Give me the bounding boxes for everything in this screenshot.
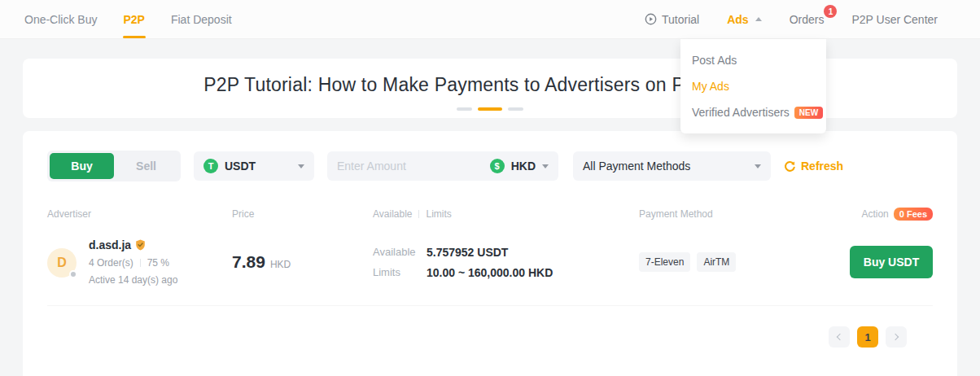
- available-amount: 5.757952 USDT: [427, 246, 508, 259]
- available-line: Available 5.757952 USDT: [373, 246, 639, 259]
- orders-label: Orders: [790, 13, 825, 26]
- refresh-button[interactable]: Refresh: [784, 160, 843, 173]
- fiat-select[interactable]: $ HKD: [490, 159, 549, 173]
- advertiser-name: d.asd.ja: [89, 238, 131, 251]
- payment-method-select-value: All Payment Methods: [583, 160, 690, 173]
- chevron-up-icon: [755, 17, 762, 21]
- nav-actions: Tutorial Ads Orders 1 P2P User Center: [645, 0, 938, 38]
- sell-toggle-button[interactable]: Sell: [114, 153, 178, 179]
- crypto-select[interactable]: T USDT: [194, 151, 314, 181]
- verified-advertisers-label: Verified Advertisers: [692, 106, 790, 119]
- verified-badge-icon: [135, 239, 146, 251]
- menu-item-post-ads[interactable]: Post Ads: [680, 47, 826, 73]
- action-cell: Buy USDT: [814, 246, 933, 278]
- zero-fees-badge: 0 Fees: [894, 208, 933, 221]
- active-tab-underline: [123, 36, 146, 38]
- payment-tag: AirTM: [697, 252, 736, 272]
- page-content: P2P Tutorial: How to Make Payments to Ad…: [0, 39, 980, 376]
- usdt-icon: T: [203, 159, 218, 173]
- orders-count-badge: 1: [824, 5, 837, 18]
- avatar-letter: D: [57, 256, 67, 270]
- menu-item-verified-advertisers[interactable]: Verified Advertisers NEW: [680, 99, 826, 125]
- stats-separator: [140, 259, 141, 267]
- new-badge: NEW: [794, 107, 823, 119]
- tutorial-label: Tutorial: [662, 13, 699, 26]
- header-action: Action 0 Fees: [814, 208, 933, 221]
- chevron-right-icon: [892, 334, 899, 340]
- offline-status-dot: [69, 270, 77, 278]
- nav-tabs: One-Click Buy P2P Fiat Deposit: [24, 0, 232, 38]
- price-value: 7.89: [232, 252, 265, 272]
- amount-filter: $ HKD: [327, 151, 558, 181]
- payment-tag: 7-Eleven: [639, 252, 690, 272]
- buy-usdt-button[interactable]: Buy USDT: [850, 246, 933, 278]
- ads-menu-trigger[interactable]: Ads: [727, 0, 761, 38]
- avatar[interactable]: D: [47, 248, 77, 278]
- chevron-down-icon: [755, 164, 761, 168]
- header-separator: [418, 210, 419, 218]
- limits-range: 10.00 ~ 160,000.00 HKD: [427, 266, 553, 279]
- tab-one-click-buy[interactable]: One-Click Buy: [24, 0, 97, 38]
- p2p-trading-page: One-Click Buy P2P Fiat Deposit Tutorial …: [0, 0, 980, 376]
- header-action-label: Action: [861, 208, 888, 220]
- dollar-coin-icon: $: [490, 159, 505, 173]
- next-page-button[interactable]: [886, 326, 907, 348]
- limits-line: Limits 10.00 ~ 160,000.00 HKD: [373, 266, 639, 279]
- header-available-limits: Available Limits: [373, 208, 639, 220]
- orders-link[interactable]: Orders 1: [790, 0, 825, 38]
- ads-dropdown-menu: Post Ads My Ads Verified Advertisers NEW: [680, 39, 826, 133]
- available-limits-cell: Available 5.757952 USDT Limits 10.00 ~ 1…: [373, 246, 639, 279]
- advertiser-name-link[interactable]: d.asd.ja: [89, 238, 177, 251]
- carousel-dot[interactable]: [457, 107, 472, 111]
- crypto-select-value: USDT: [225, 160, 256, 173]
- advertiser-stats: 4 Order(s) 75 %: [89, 257, 177, 269]
- tab-p2p[interactable]: P2P: [123, 0, 144, 38]
- header-payment-method: Payment Method: [639, 208, 814, 220]
- play-circle-icon: [645, 13, 657, 25]
- table-header: Advertiser Price Available Limits Paymen…: [47, 208, 933, 221]
- p2p-user-center-link[interactable]: P2P User Center: [851, 0, 938, 38]
- advertiser-cell: D d.asd.ja 4 Order(s): [47, 238, 232, 286]
- refresh-label: Refresh: [801, 160, 843, 173]
- prev-page-button[interactable]: [829, 326, 850, 348]
- chevron-down-icon: [298, 164, 304, 168]
- header-advertiser: Advertiser: [47, 208, 232, 220]
- filter-bar: Buy Sell T USDT $ HKD: [47, 151, 933, 181]
- tab-fiat-deposit[interactable]: Fiat Deposit: [171, 0, 232, 38]
- menu-item-my-ads[interactable]: My Ads: [680, 73, 826, 99]
- page-1-button[interactable]: 1: [857, 326, 878, 348]
- tutorial-link[interactable]: Tutorial: [645, 0, 699, 38]
- payment-methods-cell: 7-Eleven AirTM: [639, 252, 814, 272]
- price-currency: HKD: [270, 259, 291, 270]
- offers-card: Buy Sell T USDT $ HKD: [23, 131, 957, 376]
- refresh-icon: [784, 160, 796, 173]
- carousel-dot-active[interactable]: [478, 107, 502, 111]
- amount-input[interactable]: [337, 160, 483, 173]
- payment-method-select[interactable]: All Payment Methods: [573, 151, 771, 181]
- fiat-select-value: HKD: [511, 160, 536, 173]
- order-count: 4 Order(s): [89, 257, 133, 269]
- price-cell: 7.89 HKD: [232, 252, 373, 272]
- limits-label: Limits: [373, 266, 427, 278]
- last-active-status: Active 14 day(s) ago: [89, 274, 177, 286]
- buy-toggle-button[interactable]: Buy: [50, 153, 114, 179]
- header-available: Available: [373, 208, 412, 220]
- carousel-dot[interactable]: [508, 107, 523, 111]
- tab-p2p-label: P2P: [123, 13, 144, 26]
- offer-row: D d.asd.ja 4 Order(s): [47, 238, 933, 306]
- buy-sell-toggle: Buy Sell: [47, 151, 181, 181]
- ads-label: Ads: [727, 13, 748, 26]
- carousel-dots: [457, 107, 523, 111]
- pagination: 1: [47, 326, 933, 348]
- chevron-left-icon: [837, 334, 843, 340]
- top-nav: One-Click Buy P2P Fiat Deposit Tutorial …: [0, 0, 980, 39]
- advertiser-info: d.asd.ja 4 Order(s) 75 % Active 14 day(s…: [89, 238, 177, 286]
- available-label: Available: [373, 246, 427, 258]
- completion-rate: 75 %: [147, 257, 169, 269]
- header-limits: Limits: [426, 208, 451, 220]
- header-price: Price: [232, 208, 373, 220]
- chevron-down-icon: [542, 164, 549, 168]
